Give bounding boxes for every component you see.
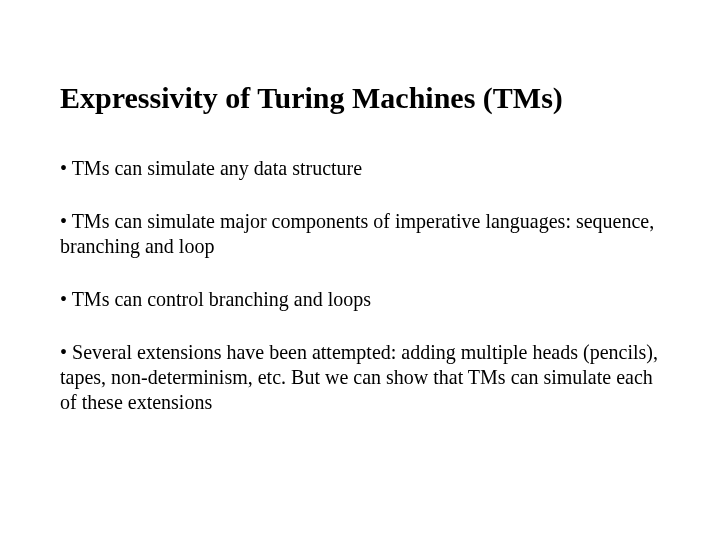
slide: Expressivity of Turing Machines (TMs) • …	[0, 0, 720, 540]
list-item: • Several extensions have been attempted…	[60, 340, 660, 415]
bullet-text: TMs can simulate major components of imp…	[60, 210, 654, 257]
slide-title: Expressivity of Turing Machines (TMs)	[60, 80, 660, 116]
list-item: • TMs can simulate major components of i…	[60, 209, 660, 259]
bullet-list: • TMs can simulate any data structure • …	[60, 156, 660, 415]
list-item: • TMs can control branching and loops	[60, 287, 660, 312]
list-item: • TMs can simulate any data structure	[60, 156, 660, 181]
bullet-text: Several extensions have been attempted: …	[60, 341, 658, 413]
bullet-text: TMs can simulate any data structure	[72, 157, 362, 179]
bullet-text: TMs can control branching and loops	[72, 288, 371, 310]
